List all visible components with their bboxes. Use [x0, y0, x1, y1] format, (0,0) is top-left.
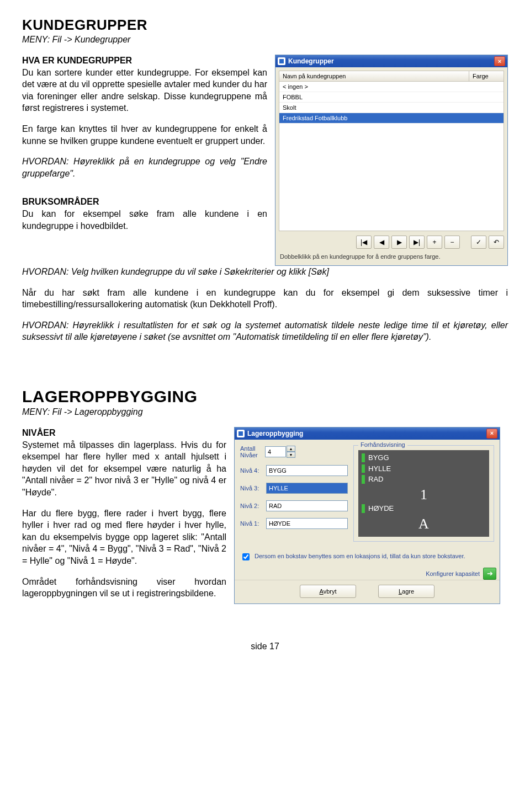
cell [469, 92, 504, 102]
spin-down-icon[interactable]: ▼ [287, 452, 295, 458]
nav-toolbar: |◀ ◀ ▶ ▶| + − ✓ ↶ [279, 236, 504, 249]
bar-icon [362, 453, 365, 462]
table-row-selected[interactable]: Fredrikstad Fotballklubb [279, 113, 504, 124]
btn-text: vbryt [324, 588, 337, 595]
col-color[interactable]: Farge [469, 71, 504, 81]
para-hvordan-1: HVORDAN: Høyreklikk på en kundegruppe og… [22, 156, 267, 179]
uppercase-checkbox[interactable] [242, 553, 250, 560]
table-row[interactable]: Skolt [279, 103, 504, 113]
menu-path-kundegrupper: MENY: Fil -> Kundegrupper [22, 35, 508, 45]
antall-spinner[interactable]: ▲ ▼ [265, 446, 295, 458]
niva2-label: Nivå 2: [240, 503, 266, 509]
table-row[interactable]: FOBBL [279, 92, 504, 103]
prev-button[interactable]: ◀ [374, 236, 389, 249]
preview-big-a: A [362, 515, 486, 532]
cell: Fredrikstad Fotballklubb [279, 113, 469, 123]
konfigurer-button[interactable]: ➔ [483, 568, 496, 580]
add-button[interactable]: + [427, 236, 442, 249]
niva3-input[interactable] [266, 483, 348, 494]
col-name[interactable]: Navn på kundegruppen [279, 71, 469, 81]
cell [469, 103, 504, 113]
uppercase-label: Dersom en bokstav benyttes som en lokasj… [255, 553, 465, 559]
subhead-hva: HVA ER KUNDEGRUPPER [22, 56, 132, 65]
niva1-input[interactable] [266, 518, 348, 529]
para-hvordan-2: HVORDAN: Velg hvilken kundegruppe du vil… [22, 266, 508, 278]
next-button[interactable]: ▶ [391, 236, 407, 249]
lagre-button[interactable]: Lagre [378, 585, 434, 598]
antall-input[interactable] [265, 446, 286, 457]
hint-text: Dobbelklikk på en kundegruppe for å endr… [279, 252, 504, 262]
cell: FOBBL [279, 92, 469, 102]
cell: < ingen > [279, 82, 469, 92]
page-footer: side 17 [22, 642, 508, 651]
cell [469, 113, 504, 123]
preview-legend: Forhåndsvisning [358, 441, 407, 448]
para-hva: Du kan sortere kunder etter kundegruppe.… [22, 68, 267, 113]
close-icon[interactable]: × [486, 429, 497, 439]
menu-path-lager: MENY: Fil -> Lageroppbygging [22, 407, 508, 417]
niva4-input[interactable] [266, 465, 348, 476]
levels-panel: Antall Nivåer ▲ ▼ Nivå 4: Nivå 3: Nivå 2… [240, 445, 348, 542]
para-niv3: Området forhåndsvisning viser hvordan la… [22, 576, 226, 600]
titlebar-text: Lageroppbygging [247, 430, 303, 437]
grid-header[interactable]: Navn på kundegruppen Farge [279, 71, 504, 82]
konfigurer-label: Konfigurer kapasitet [426, 570, 480, 577]
delete-button[interactable]: − [444, 236, 460, 249]
niva2-input[interactable] [266, 500, 348, 511]
para-sok: Når du har søkt fram alle kundene i en k… [22, 287, 508, 311]
avbryt-button[interactable]: Avbryt [300, 585, 356, 598]
confirm-button[interactable]: ✓ [471, 236, 486, 249]
niva4-label: Nivå 4: [240, 467, 266, 474]
niva3-label: Nivå 3: [240, 485, 266, 492]
titlebar-lager[interactable]: Lageroppbygging × [235, 428, 500, 440]
antall-label: Antall Nivåer [240, 445, 265, 458]
para-niv2: Har du flere bygg, flere rader i hvert b… [22, 507, 226, 567]
grid-body: < ingen > FOBBL Skolt Fredrikstad Fotbal… [279, 82, 504, 231]
spin-up-icon[interactable]: ▲ [287, 446, 295, 452]
preview-fieldset: Forhåndsvisning BYGG HYLLE RAD 1 HØYDE A [353, 445, 494, 542]
btn-text: agre [402, 588, 414, 595]
table-row[interactable]: < ingen > [279, 82, 504, 92]
first-button[interactable]: |◀ [356, 236, 372, 249]
window-lageroppbygging: Lageroppbygging × Antall Nivåer ▲ ▼ [234, 427, 500, 604]
close-icon[interactable]: × [494, 56, 505, 66]
para-hvordan-3: HVORDAN: Høyreklikk i resultatlisten for… [22, 319, 508, 343]
cell: Skolt [279, 103, 469, 113]
niva1-label: Nivå 1: [240, 520, 266, 527]
preview-label: BYGG [368, 453, 486, 462]
heading-lageroppbygging: LAGEROPPBYGGING [22, 387, 508, 406]
subhead-bruk: BRUKSOMRÅDER [22, 197, 99, 206]
subhead-nivaer: NIVÅER [22, 428, 55, 437]
bar-icon [362, 464, 365, 473]
preview-label: RAD [368, 475, 486, 484]
window-kundegrupper: Kundegrupper × Navn på kundegruppen Farg… [275, 55, 508, 266]
titlebar-text: Kundegrupper [288, 57, 334, 65]
para-bruk: Du kan for eksempel søke fram alle kunde… [22, 209, 267, 231]
bar-icon [362, 475, 365, 484]
cell [469, 82, 504, 92]
preview-label: HØYDE [368, 504, 486, 513]
preview-area: BYGG HYLLE RAD 1 HØYDE A [358, 450, 489, 537]
preview-label: HYLLE [368, 464, 486, 473]
app-icon [237, 430, 245, 437]
last-button[interactable]: ▶| [409, 236, 425, 249]
para-farge: En farge kan knyttes til hver av kundegr… [22, 123, 267, 147]
bar-icon [362, 504, 365, 513]
heading-kundegrupper: KUNDEGRUPPER [22, 17, 508, 34]
app-icon [278, 57, 285, 65]
para-niv1: Systemet må tilpasses din lagerplass. Hv… [22, 440, 226, 497]
preview-big-1: 1 [362, 486, 486, 503]
undo-button[interactable]: ↶ [489, 236, 504, 249]
titlebar-kundegrupper[interactable]: Kundegrupper × [275, 55, 507, 67]
